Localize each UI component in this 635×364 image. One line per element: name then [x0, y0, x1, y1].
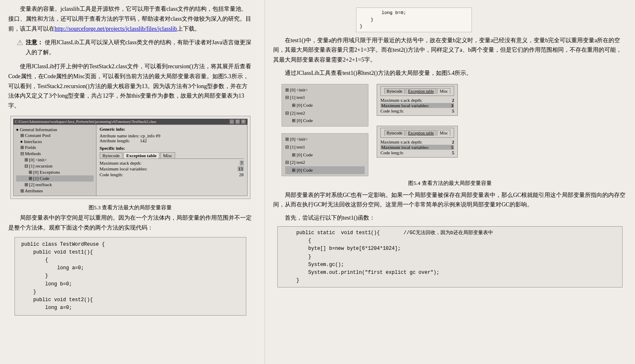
figure-inner: ● General Information ⊞ Constant Pool ● … — [13, 125, 248, 196]
generic-info-title: Generic info: — [100, 127, 244, 132]
figure-53-caption: 图5.3 查看方法最大的局部变量容量 — [8, 204, 252, 211]
close-btn[interactable]: × — [241, 119, 246, 124]
code-length-row-2: Code leng:h: 5 — [380, 150, 454, 155]
restore-btn[interactable]: □ — [235, 119, 240, 124]
code-line: } — [22, 272, 239, 280]
code-line: long a=0; — [22, 304, 239, 312]
figure-53: C:\Users\Administrator\workspace\Java_Pe… — [10, 116, 250, 199]
fig-left-tree: ● General Information ⊞ Constant Pool ● … — [14, 125, 96, 196]
window-controls: _ □ × — [229, 119, 246, 124]
tree-item: ⊞ [0] <init> — [285, 86, 365, 94]
code-length-row-1: Code leng:h: 5 — [380, 108, 454, 113]
code-line: } — [360, 23, 468, 30]
max-local-row: Maximum local variables: 13 — [100, 166, 244, 171]
right-para3: 局部变量表的字对系统GC也有一定影响。如果一个局部变量被保存在局部变量表中，那么… — [273, 190, 627, 210]
tab-bar: Bytecode Exception table Misc — [100, 152, 244, 159]
code-line: public static void test1(){ //GC无法回收，因为b… — [284, 229, 616, 237]
right-code-top: long b=0; } } — [356, 7, 472, 32]
tab-exception-table-2[interactable]: Exception table — [406, 130, 436, 136]
tree-item: ⊞ [0] Code — [285, 151, 365, 159]
tab-bytecode[interactable]: Bytecode — [100, 152, 123, 158]
fig54-panels: Bytecode Exception table Misc Maximum s:… — [377, 84, 458, 161]
left-para3: 局部变量表中的字空间是可以重用的。因为在一个方法体内，局部变量的作用范围并不一定… — [8, 213, 252, 233]
tree-item: ⊟ [2] test2 — [285, 109, 365, 117]
tree-item: ⊟ [2] test2 — [285, 158, 365, 166]
notice-text: 注意： 使用JClassLib工具可以深入研究class类文件的结构，有助于读者… — [26, 38, 252, 57]
bottom-code-box: public static void test1(){ //GC无法回收，因为b… — [277, 226, 623, 287]
right-column: long b=0; } } 在test1()中，变量a的作用域只限于用于最近的大… — [265, 0, 635, 364]
notice-icon: ⚠ — [17, 38, 23, 47]
fig54-tree2: ⊞ [0] <init> ⊟ [1] test1 ⊞ [0] Code ⊟ [2… — [281, 133, 368, 176]
right-para1: 在test1()中，变量a的作用域只限于用于最近的大括号中，故在变量b定义时，变… — [273, 36, 627, 65]
tree-item: ⊞ Constant Pool — [16, 132, 94, 139]
code-box-left: public class TestWordReuse { public void… — [14, 237, 246, 316]
info-panel-1: Bytecode Exception table Misc Maximum s:… — [377, 84, 458, 116]
tab-bytecode-2[interactable]: Bytecode — [384, 130, 405, 136]
tree-item: ⊞ [0] Exceptions — [16, 169, 94, 175]
code-line: } — [284, 277, 616, 285]
code-length-row: Code length: 28 — [100, 172, 244, 177]
code-line: public void test1(){ — [22, 249, 239, 256]
tree-item: ⊞ [1] Code — [16, 175, 94, 182]
tab-exception-table[interactable]: Exception table — [123, 152, 159, 158]
tab-misc[interactable]: Misc — [437, 88, 450, 94]
code-line: System.out.println("first explict gc ove… — [284, 269, 616, 277]
tree-item: ⊞ [0] Code — [285, 166, 365, 174]
left-column: 变量表的容量。jclasslib工具是开源软件，它可以用于查看class文件的结… — [0, 0, 265, 364]
tab-bar2-2: Bytecode Exception table Misc — [380, 128, 454, 138]
generic-info: Attribute name index: cp_info #9 Attribu… — [100, 133, 244, 143]
code-line: } — [284, 253, 616, 261]
tree-item: ⊟ Methods — [16, 151, 94, 157]
fig54-tree1: ⊞ [0] <init> ⊟ [1] test1 ⊞ [0] Code ⊟ [2… — [281, 84, 368, 127]
tree-item: ⊞ Attributes — [16, 188, 94, 194]
minimize-btn[interactable]: _ — [229, 119, 234, 124]
code-line: } — [360, 17, 468, 24]
code-line: public class TestWordReuse { — [22, 241, 239, 249]
code-line: long a=0; — [22, 264, 239, 272]
window-title-text: C:\Users\Administrator\workspace\Java_Pe… — [15, 120, 156, 124]
max-local-row-1: Maximum local variables: 3 — [380, 103, 454, 108]
tree-item: ⊟ [1] recursion — [16, 163, 94, 169]
max-stack-row: Maximum stack depth: 7 — [100, 160, 244, 165]
max-local-row-2: Maximum local variables: 5 — [380, 145, 454, 150]
tree-item: ● General Information — [16, 127, 94, 132]
tree-item: ⊞ [0] <init> — [285, 135, 365, 143]
tab-misc-2[interactable]: Misc — [437, 130, 450, 136]
info-panel-2: Bytecode Exception table Misc Maximum s:… — [377, 126, 458, 158]
code-line: long b=0; — [22, 280, 239, 288]
code-line: byte[] b=new byte[6*1204*1024]; — [284, 245, 616, 253]
attr-length-row: Attribute length: 142 — [100, 138, 244, 143]
tree-item: ⊟ [1] test1 — [285, 93, 365, 101]
code-line: { — [284, 237, 616, 245]
max-stack-row-2: Maximum s:ack depth: 2 — [380, 139, 454, 144]
code-line: public void test2(){ — [22, 296, 239, 304]
fig-right-info: Generic info: Attribute name index: cp_i… — [96, 125, 247, 196]
max-stack-row-1: Maximum s:ack depth: 2 — [380, 98, 454, 103]
fig54-caption: 图5.4 查看方法的最大局部变量容量 — [273, 180, 627, 187]
tab-misc[interactable]: Misc — [160, 152, 175, 158]
code-line: } — [22, 288, 239, 296]
fig54-trees: ⊞ [0] <init> ⊟ [1] test1 ⊞ [0] Code ⊟ [2… — [281, 84, 368, 176]
attr-name-row: Attribute name index: cp_info #9 — [100, 133, 244, 138]
tab-bytecode[interactable]: Bytecode — [384, 88, 405, 94]
left-para2: 使用JClassLib打开上例中的TestStack2.class文件，可以看到… — [8, 62, 252, 111]
figure-54: ⊞ [0] <init> ⊟ [1] test1 ⊞ [0] Code ⊟ [2… — [281, 84, 627, 176]
tree-item: ⊞ [0] Code — [285, 101, 365, 109]
specific-info-title: Specific info: — [100, 146, 244, 151]
tree-item: ⊟ [1] test1 — [285, 143, 365, 151]
tree-item: ⊞ Fields — [16, 144, 94, 151]
code-line: System.gc(); — [284, 261, 616, 269]
tab-exception-table[interactable]: Exception table — [406, 88, 436, 94]
code-line: long b=0; — [360, 10, 468, 17]
sourceforge-link[interactable]: http://sourceforge.net/projects/jclassli… — [55, 26, 177, 32]
tree-item: ● Interfaces — [16, 139, 94, 144]
notice-box: ⚠ 注意： 使用JClassLib工具可以深入研究class类文件的结构，有助于… — [17, 38, 252, 57]
tree-item: ⊞ [0] <init> — [16, 157, 94, 163]
tree-item: ⊞ [0] Code — [285, 117, 365, 125]
tree-item: ⊞ [2] testStack — [16, 182, 94, 188]
right-para4: 首先，尝试运行以下的test1()函数： — [273, 213, 627, 223]
left-para1: 变量表的容量。jclasslib工具是开源软件，它可以用于查看class文件的结… — [8, 4, 252, 34]
code-line: { — [22, 256, 239, 264]
right-para2: 通过JClassLib工具查看test1()和test2()方法的最大局部变量，… — [273, 68, 627, 78]
page-container: 变量表的容量。jclasslib工具是开源软件，它可以用于查看class文件的结… — [0, 0, 635, 364]
